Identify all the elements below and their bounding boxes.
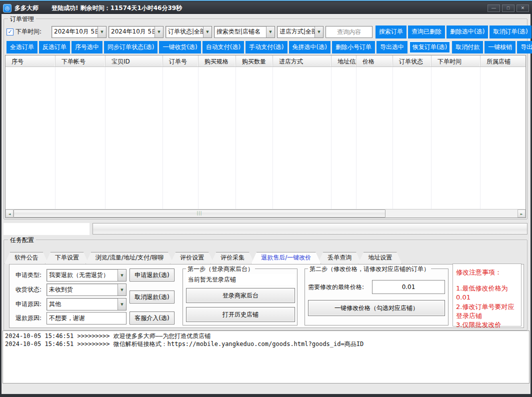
order-action-button[interactable]: 取消订单(选) — [490, 26, 531, 38]
tab-label: 下单设置 — [55, 254, 79, 261]
customer-service-button[interactable]: 客服介入(选) — [130, 312, 174, 324]
bulk-action-button[interactable]: 一键核销 — [484, 41, 516, 54]
step2-group: 第二步（修改价格，请修改对应店铺的订单） 需要修改的最终价格: 一键修改价格（勾… — [304, 268, 448, 326]
table-header-cell[interactable]: 订单状态 — [393, 56, 432, 66]
chevron-down-icon[interactable]: ▼ — [314, 26, 323, 38]
bulk-action-button[interactable]: 导出电子券 — [517, 41, 532, 54]
window-title: 多多大师 — [14, 4, 38, 12]
cancel-refund-button[interactable]: 取消退款(选) — [130, 290, 174, 304]
order-action-button[interactable]: 搜索订单 — [376, 26, 406, 38]
bulk-action-button[interactable]: 取消付款 — [452, 41, 483, 54]
date-from-picker[interactable]: 2024年10月 5日 ▼ — [52, 26, 106, 38]
bulk-action-button[interactable]: 恢复订单(选) — [409, 41, 450, 54]
chevron-down-icon[interactable]: ▼ — [203, 26, 212, 38]
chevron-down-icon[interactable]: ▼ — [118, 298, 126, 310]
scrollbar-grip-icon: ||| — [196, 212, 202, 216]
entry-method-select[interactable]: 进店方式|全部 ▼ — [277, 26, 324, 38]
table-header-cell[interactable]: 价格 — [356, 56, 393, 66]
scroll-right-icon[interactable]: ► — [518, 210, 526, 218]
note-line: 2.修改订单号要对应登录店铺 — [456, 302, 518, 320]
final-price-label: 需要修改的最终价格: — [308, 283, 364, 292]
table-header-cell[interactable]: 购买数量 — [236, 56, 273, 66]
scroll-left-icon[interactable]: ◄ — [6, 210, 14, 218]
note-line: 1.最低修改价格为0.01 — [456, 284, 518, 302]
chevron-down-icon[interactable]: ▼ — [266, 26, 274, 38]
search-type-select[interactable]: 搜索类型|店铺名 ▼ — [214, 26, 275, 38]
receive-status-label: 收货状态: — [16, 286, 42, 294]
titlebar-status: 登陆成功! 剩余时间：11574天1小时46分39秒 — [52, 4, 182, 12]
table-column — [393, 67, 432, 209]
table-header-cell[interactable]: 所属店铺 — [480, 56, 526, 66]
apply-refund-button[interactable]: 申请退款(选) — [130, 268, 174, 282]
table-header-cell[interactable]: 订单号 — [163, 56, 198, 66]
table-header-cell[interactable]: 宝贝ID — [106, 56, 163, 66]
scrollbar-track[interactable] — [386, 210, 518, 218]
bulk-action-button[interactable]: 导出选中 — [376, 41, 408, 54]
filter-row: ✓ 下单时间: 2024年10月 5日 ▼ 2024年10月 5日 ▼ 订单状态… — [6, 25, 526, 38]
receive-status-select[interactable]: 未收到货 ▼ — [46, 284, 126, 296]
bulk-action-button[interactable]: 删除小号订单 — [332, 41, 375, 54]
query-input[interactable] — [326, 26, 372, 38]
chevron-down-icon[interactable]: ▼ — [98, 26, 106, 38]
notes-title: 修改注意事项： — [456, 268, 518, 277]
chevron-down-icon[interactable]: ▼ — [118, 270, 126, 281]
order-actions-row2: 全选订单反选订单序号选中同步订单状态(选)一键收货(选)自动支付(选)手动支付(… — [6, 41, 526, 54]
tab[interactable]: 地址设置 — [358, 252, 402, 264]
table-header-cell[interactable]: 进店方式 — [273, 56, 332, 66]
log-line: 2024-10-05 15:46:51 >>>>>>>>> 微信解析链接格式：h… — [5, 340, 527, 348]
app-icon: ◎ — [3, 4, 12, 12]
tab[interactable]: 丢单查询 — [318, 252, 362, 264]
order-status-select[interactable]: 订单状态|全部 ▼ — [166, 26, 212, 38]
tab[interactable]: 浏览/流量/地址/支付/聊聊 — [86, 252, 174, 264]
bulk-action-button[interactable]: 同步订单状态(选) — [104, 41, 158, 54]
maximize-button[interactable]: □ — [502, 4, 514, 12]
chevron-down-icon[interactable]: ▼ — [118, 284, 126, 296]
table-header-cell[interactable]: 地址信息 — [332, 56, 356, 66]
entry-method-value: 进店方式|全部 — [278, 28, 314, 36]
order-action-button[interactable]: 删除选中(选) — [446, 26, 488, 38]
log-line: 2024-10-05 15:46:51 >>>>>>>>> 欢迎使多多大师——为… — [5, 332, 527, 340]
table-header-cell[interactable]: 下单时间 — [432, 56, 480, 66]
order-time-checkbox[interactable]: ✓ — [6, 28, 14, 36]
open-history-shop-button[interactable]: 打开历史店铺 — [186, 307, 295, 322]
table-column — [6, 67, 56, 209]
scrollbar-thumb[interactable]: ||| — [14, 210, 386, 218]
order-management-group: 订单管理 ✓ 下单时间: 2024年10月 5日 ▼ 2024年10月 5日 ▼… — [4, 18, 528, 220]
tab[interactable]: 软件公告 — [4, 252, 48, 264]
bulk-action-button[interactable]: 反选订单 — [39, 41, 70, 54]
bulk-action-button[interactable]: 一键收货(选) — [159, 41, 200, 54]
tab-label: 地址设置 — [368, 254, 392, 261]
tab[interactable]: 评价设置 — [170, 252, 214, 264]
apply-reason-value: 其他 — [47, 300, 118, 308]
date-to-picker[interactable]: 2024年10月 5日 ▼ — [108, 26, 164, 38]
table-header-cell[interactable]: 下单帐号 — [56, 56, 106, 66]
horizontal-scrollbar[interactable]: ◄ ||| ► — [6, 209, 526, 218]
close-button[interactable]: ✕ — [516, 4, 529, 12]
bulk-action-button[interactable]: 全选订单 — [6, 41, 38, 54]
table-header-cell[interactable]: 购买规格 — [198, 56, 236, 66]
order-action-button[interactable]: 查询已删除 — [408, 26, 445, 38]
bulk-action-button[interactable]: 免拼选中(选) — [289, 41, 330, 54]
tab-label: 浏览/流量/地址/支付/聊聊 — [96, 254, 164, 261]
modify-price-button[interactable]: 一键修改价格（勾选对应店铺） — [308, 300, 445, 316]
app-window: ◎ 多多大师 登陆成功! 剩余时间：11574天1小时46分39秒 — □ ✕ … — [0, 0, 532, 397]
notes-spacer — [456, 277, 518, 284]
tab[interactable]: 退款售后/一键改价 — [251, 252, 321, 264]
order-time-filter[interactable]: ✓ 下单时间: — [6, 28, 50, 36]
login-merchant-button[interactable]: 登录商家后台 — [186, 288, 295, 303]
bulk-action-button[interactable]: 序号选中 — [72, 41, 102, 54]
refund-reason-label: 退款原因: — [16, 314, 42, 322]
minimize-button[interactable]: — — [488, 4, 500, 12]
log-area[interactable]: 2024-10-05 15:46:51 >>>>>>>>> 欢迎使多多大师——为… — [2, 330, 530, 384]
bulk-action-button[interactable]: 手动支付(选) — [246, 41, 287, 54]
table-header-cell[interactable]: 序号 — [6, 56, 56, 66]
bulk-action-button[interactable]: 自动支付(选) — [202, 41, 244, 54]
apply-reason-select[interactable]: 其他 ▼ — [46, 298, 126, 310]
tab-label: 评价设置 — [180, 254, 204, 261]
tab[interactable]: 评价采集 — [210, 252, 254, 264]
tab[interactable]: 下单设置 — [45, 252, 89, 264]
refund-reason-input[interactable] — [46, 312, 126, 324]
final-price-input[interactable] — [372, 280, 445, 294]
apply-type-select[interactable]: 我要退款（无需退货） ▼ — [46, 269, 126, 282]
chevron-down-icon[interactable]: ▼ — [154, 26, 163, 38]
